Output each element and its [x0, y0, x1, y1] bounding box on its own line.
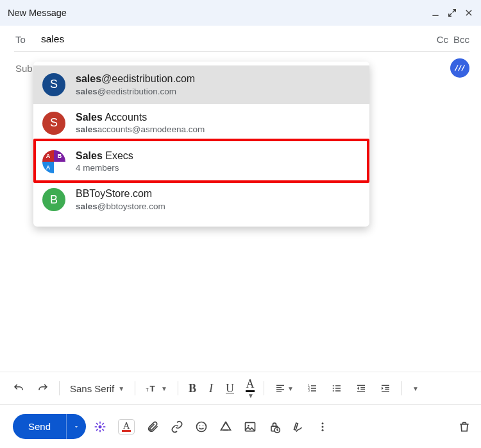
more-icon[interactable]: [317, 421, 328, 433]
more-formatting-icon[interactable]: ▼: [407, 383, 424, 395]
drive-icon[interactable]: [219, 420, 232, 433]
bulleted-list-icon[interactable]: [326, 381, 348, 396]
compose-header: New Message: [0, 0, 481, 26]
svg-line-16: [96, 429, 98, 431]
emoji-icon[interactable]: [195, 420, 208, 433]
window-controls: [431, 8, 473, 17]
confidential-icon[interactable]: [268, 420, 281, 433]
numbered-list-icon[interactable]: 123: [301, 381, 323, 396]
svg-point-27: [322, 429, 324, 431]
suggestion-sub: sales@eedistribution.com: [76, 86, 195, 98]
suggestion-item[interactable]: S sales@eedistribution.com sales@eedistr…: [33, 65, 369, 104]
minimize-icon[interactable]: [431, 8, 440, 17]
send-button[interactable]: Send: [13, 414, 66, 439]
compose-window: New Message To Cc Bcc: [0, 0, 481, 448]
compose-footer: Sans Serif▼ тT▼ B I U A▼ ▼ 123 ▼ Send: [0, 372, 481, 448]
extension-badge-icon[interactable]: [450, 58, 469, 78]
undo-icon[interactable]: [8, 380, 30, 397]
suggestion-sub: 4 members: [76, 162, 133, 174]
underline-icon[interactable]: U: [221, 379, 239, 398]
svg-point-7: [333, 388, 334, 389]
avatar-icon: S: [42, 112, 65, 135]
compose-title: New Message: [8, 8, 431, 18]
signature-icon[interactable]: [292, 420, 305, 433]
svg-point-18: [197, 422, 207, 431]
svg-point-19: [199, 425, 201, 426]
avatar-icon: S: [42, 73, 65, 96]
svg-line-14: [96, 423, 98, 425]
close-icon[interactable]: [464, 8, 473, 17]
svg-point-25: [322, 422, 324, 424]
send-options-button[interactable]: [66, 414, 86, 439]
bold-icon[interactable]: B: [183, 379, 201, 398]
font-selector[interactable]: Sans Serif▼: [65, 381, 130, 397]
svg-point-20: [203, 425, 204, 426]
extension-compose-icon[interactable]: [94, 420, 106, 433]
suggestion-title: Sales Execs: [76, 149, 133, 163]
suggestion-title: sales@eedistribution.com: [76, 72, 195, 86]
compose-action-icons: A: [94, 419, 471, 435]
fullscreen-icon[interactable]: [448, 8, 457, 17]
attach-icon[interactable]: [146, 420, 159, 433]
svg-point-26: [322, 426, 324, 427]
svg-point-22: [248, 425, 249, 427]
align-icon[interactable]: ▼: [269, 381, 299, 396]
redo-icon[interactable]: [32, 380, 54, 397]
suggestion-item[interactable]: S Sales Accounts salesaccounts@asmodeena…: [33, 104, 369, 142]
suggestion-item[interactable]: B BBToyStore.com sales@bbtoystore.com: [33, 180, 369, 219]
svg-text:т: т: [146, 386, 149, 393]
text-color-button[interactable]: A: [118, 419, 135, 435]
trash-icon[interactable]: [458, 420, 471, 433]
to-input[interactable]: [41, 33, 437, 45]
formatting-toolbar: Sans Serif▼ тT▼ B I U A▼ ▼ 123 ▼: [0, 372, 481, 405]
image-icon[interactable]: [244, 420, 257, 433]
avatar-icon: B: [42, 188, 65, 211]
svg-point-6: [333, 385, 334, 386]
send-row: Send A: [0, 405, 481, 439]
to-label: To: [15, 34, 33, 45]
suggestion-sub: salesaccounts@asmodeena.com: [76, 124, 205, 135]
text-size-icon[interactable]: тT▼: [140, 380, 173, 397]
recipients-row: To Cc Bcc: [0, 26, 481, 51]
outdent-icon[interactable]: [350, 381, 372, 396]
svg-line-15: [102, 429, 104, 431]
indent-icon[interactable]: [375, 381, 396, 396]
cc-button[interactable]: Cc: [437, 34, 448, 45]
suggestion-sub: sales@bbtoystore.com: [76, 201, 165, 212]
svg-point-8: [333, 390, 334, 392]
group-avatar-icon: A B A A: [42, 150, 65, 173]
link-icon[interactable]: [171, 420, 183, 433]
recipient-suggestions-dropdown: S sales@eedistribution.com sales@eedistr…: [33, 62, 369, 227]
suggestion-title: Sales Accounts: [76, 110, 205, 125]
svg-rect-0: [432, 15, 438, 16]
suggestion-title: BBToyStore.com: [76, 187, 165, 201]
bcc-button[interactable]: Bcc: [453, 34, 469, 45]
suggestion-item[interactable]: A B A A Sales Execs 4 members: [33, 142, 369, 181]
text-color-icon[interactable]: A▼: [242, 376, 258, 401]
svg-point-9: [99, 425, 102, 428]
svg-line-17: [102, 423, 104, 425]
send-button-group: Send: [13, 414, 86, 439]
svg-text:T: T: [150, 384, 156, 393]
italic-icon[interactable]: I: [204, 379, 218, 398]
svg-text:3: 3: [308, 389, 310, 392]
